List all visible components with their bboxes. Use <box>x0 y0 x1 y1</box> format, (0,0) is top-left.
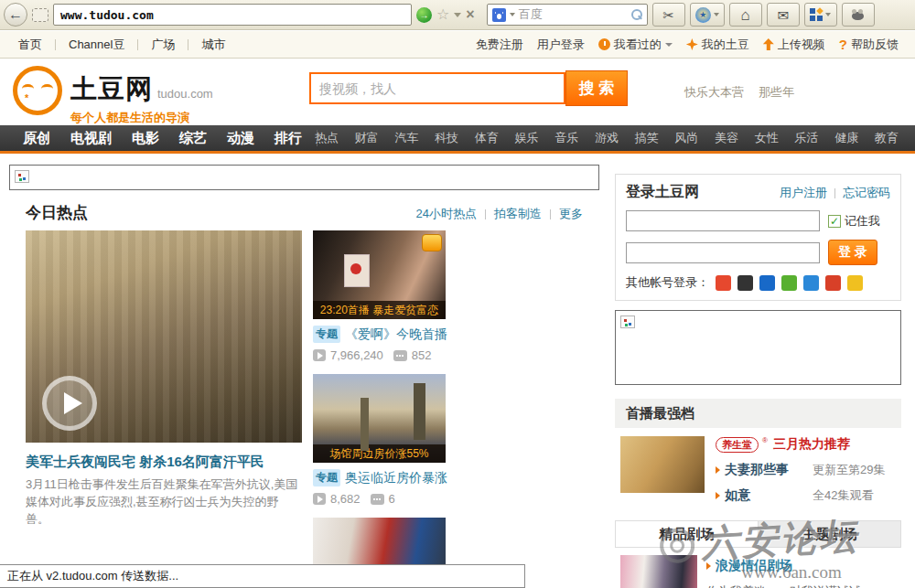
menu-channel[interactable]: Channel豆 <box>67 37 126 53</box>
nav-original[interactable]: 原创 <box>13 130 60 147</box>
channel-tech[interactable]: 科技 <box>435 130 458 146</box>
watched-link[interactable]: 我看过的 <box>598 37 673 53</box>
bookmark-star-icon[interactable] <box>436 7 449 22</box>
remember-checkbox[interactable] <box>828 215 841 228</box>
back-button[interactable] <box>4 3 27 27</box>
login-button[interactable]: 登 录 <box>828 240 877 265</box>
dashed-box-icon[interactable] <box>32 8 48 22</box>
upload-link[interactable]: 上传视频 <box>763 37 825 53</box>
baidu-logo-icon[interactable] <box>492 8 506 22</box>
link-paike[interactable]: 拍客制造 <box>494 206 542 222</box>
premiere-item[interactable]: 如意 全42集观看 <box>716 487 898 504</box>
feature-photo[interactable] <box>26 230 302 443</box>
channel-ent[interactable]: 娱乐 <box>515 130 539 146</box>
link-more[interactable]: 更多 <box>559 206 583 222</box>
username-field[interactable] <box>626 210 820 231</box>
nav-movie[interactable]: 电影 <box>122 130 169 147</box>
channel-beauty[interactable]: 美容 <box>715 130 738 146</box>
channel-music[interactable]: 音乐 <box>554 130 578 146</box>
video-caption[interactable]: 专题 奥运临近房价暴涨 <box>313 469 446 486</box>
video-caption[interactable]: 专题 《爱啊》今晚首播 <box>313 326 446 343</box>
engine-dropdown-icon[interactable] <box>510 13 515 16</box>
qq-icon[interactable] <box>737 275 753 291</box>
apps-button[interactable] <box>804 3 837 27</box>
site-name: 土豆网 <box>70 71 153 108</box>
channel-sports[interactable]: 体育 <box>475 130 499 146</box>
divider <box>55 39 56 50</box>
theater-show[interactable]: 你为我着迷 <box>706 583 766 588</box>
channel-finance[interactable]: 财富 <box>355 130 379 146</box>
social-orange-icon[interactable] <box>825 275 841 291</box>
link-24h[interactable]: 24小时热点 <box>416 206 477 222</box>
search-button[interactable]: 搜 索 <box>565 70 628 106</box>
go-button[interactable] <box>416 7 432 23</box>
help-link[interactable]: 帮助反馈 <box>839 37 899 53</box>
channel-games[interactable]: 游戏 <box>595 130 619 146</box>
my-tudou-link[interactable]: 我的土豆 <box>686 37 749 53</box>
theater-thumbnail[interactable] <box>620 555 697 588</box>
play-button-icon[interactable] <box>42 376 97 431</box>
address-bar[interactable]: www.tudou.com <box>53 4 412 26</box>
menu-square[interactable]: 广场 <box>149 37 177 53</box>
theater-show[interactable]: 对我说谎试试 <box>790 583 861 588</box>
tudou-logo[interactable]: 土豆网 tudou.com 每个人都是生活的导演 <box>13 66 213 126</box>
play-count: 7,966,240 <box>330 348 383 362</box>
theater-feature[interactable]: 浪漫情侣剧场 <box>706 558 898 574</box>
channel-women[interactable]: 女性 <box>755 130 779 146</box>
tab-theme-theater[interactable]: 主题剧场 <box>759 521 900 547</box>
show-status: 全42集观看 <box>813 487 873 504</box>
comment-count: 6 <box>389 492 395 506</box>
plugin-button[interactable] <box>842 3 875 27</box>
registered-mark: ® <box>762 436 768 444</box>
kaixin-icon[interactable] <box>803 275 819 291</box>
channel-edu[interactable]: 教育 <box>875 130 899 146</box>
login-link[interactable]: 用户登录 <box>537 37 585 53</box>
password-field[interactable] <box>626 242 820 263</box>
hot-keyword[interactable]: 快乐大本营 <box>684 84 744 101</box>
channel-fashion[interactable]: 风尚 <box>674 130 698 146</box>
channel-funny[interactable]: 搞笑 <box>635 130 659 146</box>
tab-premium-theater[interactable]: 精品剧场 <box>616 521 759 547</box>
renren-icon[interactable] <box>759 275 775 291</box>
remember-me[interactable]: 记住我 <box>828 213 880 230</box>
register-link[interactable]: 免费注册 <box>476 37 523 53</box>
magnifier-icon[interactable] <box>630 9 642 21</box>
sina-weibo-icon[interactable] <box>716 275 731 291</box>
channel-auto[interactable]: 汽车 <box>394 130 418 146</box>
channel-health[interactable]: 健康 <box>834 130 858 146</box>
menu-home[interactable]: 首页 <box>16 37 44 53</box>
msn-icon[interactable] <box>781 275 797 291</box>
premiere-thumbnail[interactable] <box>620 436 705 493</box>
ad-placeholder[interactable] <box>615 310 901 385</box>
hot-keyword[interactable]: 那些年 <box>759 84 794 101</box>
fly-icon <box>852 12 864 20</box>
feature-title[interactable]: 美军士兵夜闯民宅 射杀16名阿富汗平民 <box>26 454 302 471</box>
menu-city[interactable]: 城市 <box>199 37 227 53</box>
channel-hot[interactable]: 热点 <box>315 130 339 146</box>
nav-anime[interactable]: 动漫 <box>217 130 264 147</box>
hotspot-header: 今日热点 24小时热点 拍客制造 更多 <box>26 202 583 223</box>
mail-button[interactable] <box>767 3 800 27</box>
help-label: 帮助反馈 <box>851 37 899 53</box>
search-input[interactable] <box>309 72 565 104</box>
channel-life[interactable]: 乐活 <box>794 130 818 146</box>
nav-variety[interactable]: 综艺 <box>169 130 217 147</box>
nav-ranking[interactable]: 排行 <box>264 130 312 147</box>
video-thumbnail[interactable]: 23:20首播 暴走爱贫富恋 <box>313 230 446 319</box>
register-link[interactable]: 用户注册 <box>780 185 827 201</box>
video-thumbnail[interactable]: 场馆周边房价涨55% <box>313 374 446 463</box>
favorites-button[interactable] <box>690 3 725 27</box>
logo-mark <box>25 92 28 103</box>
nav-tv[interactable]: 电视剧 <box>60 130 122 147</box>
home-button[interactable] <box>729 3 762 27</box>
snip-button[interactable] <box>652 3 685 27</box>
social-duck-icon[interactable] <box>847 275 863 291</box>
web-search-box[interactable]: 百度 <box>487 4 648 26</box>
video-stats: 8,682 6 <box>313 492 446 506</box>
login-panel: 登录土豆网 用户注册 忘记密码 记住我 登 录 其他帐号登录： <box>615 174 901 301</box>
top-banner-placeholder[interactable] <box>9 165 599 190</box>
stop-icon[interactable] <box>466 7 474 22</box>
bookmark-dropdown-icon[interactable] <box>454 13 461 17</box>
forgot-password-link[interactable]: 忘记密码 <box>843 185 890 201</box>
premiere-item[interactable]: 夫妻那些事 更新至第29集 <box>716 462 898 478</box>
